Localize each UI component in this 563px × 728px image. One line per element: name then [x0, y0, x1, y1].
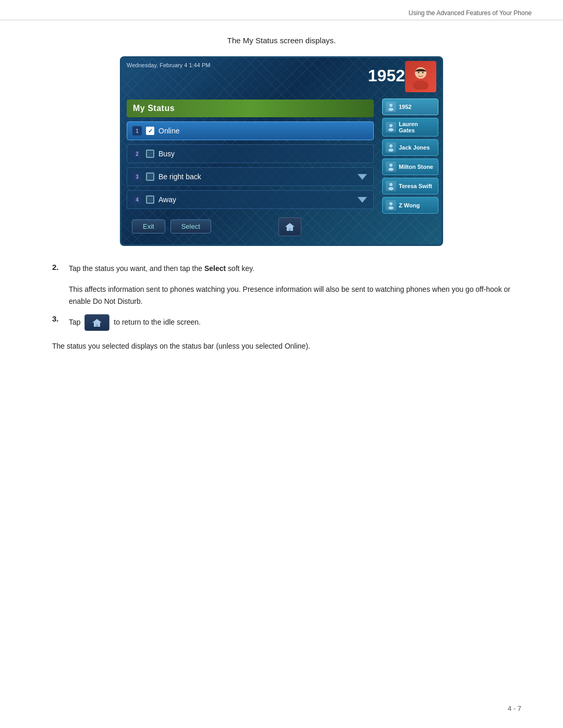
- svg-point-16: [388, 206, 394, 209]
- status-option-away[interactable]: 4 Away: [127, 190, 374, 209]
- status-checkbox-1: [146, 127, 154, 135]
- contact-btn-jack[interactable]: Jack Jones: [382, 139, 438, 156]
- svg-point-3: [422, 72, 424, 73]
- home-button-inline: [84, 314, 109, 331]
- status-option-busy[interactable]: 2 Busy: [127, 144, 374, 163]
- svg-point-9: [389, 144, 393, 147]
- status-option-berightback[interactable]: 3 Be right back: [127, 167, 374, 186]
- softkeys-home-row: Exit Select: [127, 213, 374, 240]
- status-number-3: 3: [132, 172, 142, 181]
- svg-point-7: [389, 124, 393, 127]
- status-checkbox-3: [146, 172, 154, 181]
- svg-rect-17: [96, 324, 98, 327]
- status-number-1: 1: [132, 126, 142, 135]
- contact-name-lauren: Lauren Gates: [399, 121, 435, 133]
- contact-btn-teresa[interactable]: Teresa Swift: [382, 178, 438, 194]
- step-2-number: 2.: [52, 263, 62, 272]
- svg-point-14: [388, 187, 394, 190]
- status-options-area: 1 Online 2 Busy: [127, 121, 374, 209]
- status-label-3: Be right back: [158, 172, 201, 181]
- page-content: The My Status screen displays. Wednesday…: [0, 36, 563, 352]
- phone-avatar: [405, 61, 436, 92]
- contact-btn-zwong[interactable]: Z Wong: [382, 197, 438, 214]
- step-2-text-before: Tap the status you want, and then tap th…: [69, 264, 204, 273]
- step-3-content: Tap to return to the idle screen.: [69, 314, 201, 331]
- phone-right-panel: 1952 Lauren Gates Jack Jon: [379, 95, 442, 244]
- svg-point-13: [389, 183, 393, 186]
- step-2: 2. Tap the status you want, and then tap…: [52, 263, 511, 274]
- contact-icon-lauren: [386, 122, 396, 132]
- status-label-4: Away: [158, 195, 176, 204]
- svg-rect-4: [289, 228, 291, 231]
- step-2-content: Tap the status you want, and then tap th…: [69, 263, 254, 274]
- svg-point-1: [413, 80, 429, 90]
- contact-icon-self: [386, 102, 396, 112]
- svg-point-15: [389, 202, 393, 205]
- contact-name-zwong: Z Wong: [399, 202, 420, 208]
- steps-section: 2. Tap the status you want, and then tap…: [52, 263, 511, 352]
- step-2-note: This affects information sent to phones …: [69, 283, 511, 307]
- phone-header-row: Wednesday, February 4 1:44 PM 1952: [121, 58, 442, 95]
- step-3: 3. Tap to return to the idle screen.: [52, 314, 511, 331]
- contact-icon-teresa: [386, 181, 396, 191]
- status-number-2: 2: [132, 149, 142, 158]
- page-number: 4 - 7: [508, 705, 521, 712]
- status-checkbox-2: [146, 150, 154, 158]
- phone-left-panel: My Status 1 Online 2: [121, 95, 379, 244]
- svg-point-11: [389, 164, 393, 167]
- svg-point-12: [388, 168, 394, 171]
- status-checkbox-4: [146, 195, 154, 204]
- contact-name-teresa: Teresa Swift: [399, 183, 432, 189]
- contact-btn-self[interactable]: 1952: [382, 98, 438, 115]
- contact-icon-milton: [386, 162, 396, 172]
- status-number-4: 4: [132, 195, 142, 204]
- contact-icon-zwong: [386, 200, 396, 211]
- status-option-online[interactable]: 1 Online: [127, 121, 374, 140]
- status-label-1: Online: [158, 127, 179, 135]
- svg-point-5: [389, 104, 393, 107]
- step-2-text-after: soft key.: [226, 264, 254, 273]
- exit-softkey[interactable]: Exit: [132, 219, 165, 233]
- contact-name-milton: Milton Stone: [399, 164, 433, 170]
- status-label-2: Busy: [158, 150, 175, 158]
- status-options-col: 1 Online 2 Busy: [127, 121, 374, 209]
- contact-btn-lauren[interactable]: Lauren Gates: [382, 118, 438, 137]
- step-3-text-before: Tap: [69, 318, 81, 326]
- step-2-bold: Select: [204, 264, 226, 273]
- phone-screen: Wednesday, February 4 1:44 PM 1952: [120, 56, 443, 246]
- svg-point-2: [418, 72, 420, 73]
- softkeys-group: Exit Select: [132, 219, 211, 233]
- page-header: Using the Advanced Features of Your Phon…: [0, 0, 563, 20]
- select-softkey[interactable]: Select: [170, 219, 211, 233]
- step-3-text-after: to return to the idle screen.: [114, 318, 201, 326]
- contact-icon-jack: [386, 142, 396, 153]
- svg-point-6: [388, 108, 394, 111]
- intro-text: The My Status screen displays.: [52, 36, 511, 45]
- svg-point-8: [388, 128, 394, 131]
- phone-body: My Status 1 Online 2: [121, 95, 442, 244]
- my-status-header: My Status: [127, 100, 374, 117]
- contact-name-jack: Jack Jones: [399, 144, 430, 151]
- svg-point-10: [388, 149, 394, 152]
- step-3-number: 3.: [52, 314, 62, 323]
- phone-extension: 1952: [127, 67, 405, 84]
- contact-btn-milton[interactable]: Milton Stone: [382, 158, 438, 175]
- contact-name-self: 1952: [399, 104, 411, 110]
- final-note: The status you selected displays on the …: [52, 340, 511, 352]
- home-button[interactable]: [278, 217, 301, 236]
